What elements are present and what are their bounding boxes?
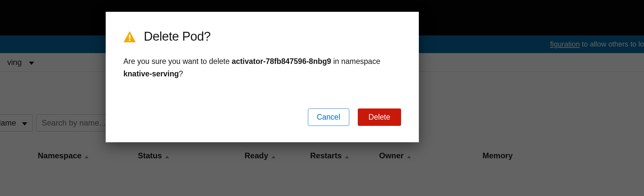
sort-icon: [271, 151, 275, 160]
modal-header: Delete Pod?: [123, 29, 401, 44]
column-header-owner[interactable]: Owner: [379, 151, 474, 160]
sort-icon: [85, 151, 89, 160]
sort-icon: [345, 151, 349, 160]
filter-type-dropdown[interactable]: lame: [0, 114, 33, 131]
svg-point-1: [129, 39, 131, 41]
project-selector-label: ving: [7, 58, 22, 67]
delete-button[interactable]: Delete: [358, 108, 401, 126]
column-header-status[interactable]: Status: [138, 151, 236, 160]
column-header-ready[interactable]: Ready: [245, 151, 310, 160]
filter-type-label: lame: [0, 118, 16, 127]
chevron-down-icon: [29, 58, 34, 67]
modal-footer: Cancel Delete: [123, 108, 401, 126]
prompt-suffix: ?: [179, 69, 183, 78]
column-header-label: Namespace: [38, 151, 81, 160]
chevron-down-icon: [22, 118, 27, 127]
column-header-namespace[interactable]: Namespace: [38, 151, 136, 160]
pod-name: activator-78fb847596-8nbg9: [232, 57, 331, 66]
table-header-row: Namespace Status Ready Restarts Owner Me…: [0, 151, 644, 160]
banner-text: to allow others to lo: [582, 40, 644, 49]
namespace-name: knative-serving: [123, 69, 179, 78]
column-header-label: Memory: [483, 151, 513, 160]
column-header-memory[interactable]: Memory: [483, 151, 535, 160]
column-header-label: Status: [138, 151, 162, 160]
search-input[interactable]: [42, 118, 114, 127]
prompt-prefix: Are you sure you want to delete: [123, 57, 232, 66]
column-header-label: Owner: [379, 151, 404, 160]
svg-rect-0: [129, 34, 130, 38]
sort-icon: [165, 151, 169, 160]
cancel-button[interactable]: Cancel: [308, 108, 349, 126]
prompt-middle: in namespace: [331, 57, 380, 66]
column-header-label: Restarts: [310, 151, 342, 160]
banner-link[interactable]: figuration: [550, 40, 580, 49]
modal-body: Are you sure you want to delete activato…: [123, 55, 401, 80]
modal-title: Delete Pod?: [144, 29, 211, 44]
column-header-restarts[interactable]: Restarts: [310, 151, 376, 160]
column-header-label: Ready: [245, 151, 268, 160]
warning-icon: [123, 31, 136, 42]
delete-confirmation-modal: Delete Pod? Are you sure you want to del…: [106, 12, 419, 142]
sort-icon: [407, 151, 411, 160]
